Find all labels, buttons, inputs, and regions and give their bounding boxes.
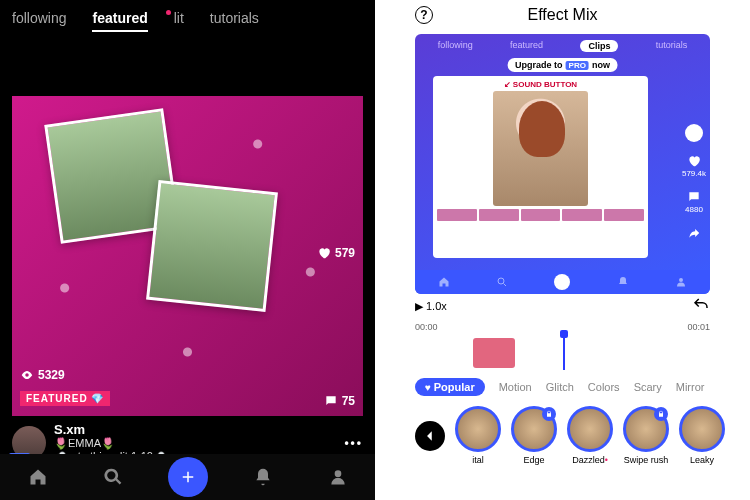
featured-badge: FEATURED💎: [20, 391, 110, 406]
category-glitch[interactable]: Glitch: [546, 381, 574, 393]
category-colors[interactable]: Colors: [588, 381, 620, 393]
category-mirror[interactable]: Mirror: [676, 381, 705, 393]
share-icon: [687, 226, 701, 240]
notification-dot: [166, 10, 171, 15]
lock-icon: [654, 407, 668, 421]
likes-count: 579: [317, 246, 355, 260]
effect-list: ital Edge Dazzled• Swipe rush Leaky: [375, 400, 750, 471]
tab-lit[interactable]: lit: [174, 10, 184, 32]
person-icon: [675, 276, 687, 288]
preview-mini-nav: [415, 270, 710, 294]
tab-featured[interactable]: featured: [92, 10, 147, 32]
effect-item[interactable]: Leaky: [679, 406, 725, 465]
more-button[interactable]: •••: [344, 436, 363, 450]
plus-icon: [554, 274, 570, 290]
comment-icon: [324, 394, 338, 408]
top-tabs: following featured lit tutorials: [0, 0, 375, 38]
effect-categories: Popular Motion Glitch Colors Scary Mirro…: [375, 372, 750, 400]
help-button[interactable]: ?: [415, 6, 433, 24]
effect-item[interactable]: Edge: [511, 406, 557, 465]
tab-following[interactable]: following: [12, 10, 66, 32]
feed-post[interactable]: 5329 579 75 FEATURED💎: [12, 96, 363, 416]
bell-icon: [253, 467, 273, 487]
preview-thumbnails: [433, 206, 648, 224]
category-scary[interactable]: Scary: [634, 381, 662, 393]
views-count: 5329: [20, 368, 65, 382]
timeline-clip[interactable]: [473, 338, 515, 368]
caption-line: 🌷EMMA🌷: [54, 437, 336, 450]
preview-likes: 579.4k: [682, 154, 706, 178]
effects-back-button[interactable]: [415, 421, 445, 451]
nav-add[interactable]: [168, 457, 208, 497]
timeline[interactable]: 00:0000:01: [415, 322, 710, 372]
preview-card: SOUND BUTTON: [433, 76, 648, 258]
preview-video-frame: [493, 91, 588, 206]
effect-item[interactable]: Dazzled•: [567, 406, 613, 465]
preview-avatar: [685, 124, 703, 142]
comments-count: 75: [324, 394, 355, 408]
eye-icon: [20, 368, 34, 382]
preview-mini-tabs: following featured Clips tutorials: [415, 34, 710, 58]
svg-point-0: [498, 278, 504, 284]
nav-home[interactable]: [18, 457, 58, 497]
upgrade-pill[interactable]: Upgrade to PRO now: [507, 58, 618, 72]
preview-comments: 4880: [685, 190, 703, 214]
lock-icon: [542, 407, 556, 421]
chevron-left-icon: [423, 429, 437, 443]
tab-tutorials[interactable]: tutorials: [210, 10, 259, 32]
undo-button[interactable]: [692, 296, 710, 316]
feed-screen: following featured lit tutorials 5329 57…: [0, 0, 375, 500]
nav-activity[interactable]: [243, 457, 283, 497]
editor-header: ? Effect Mix: [375, 0, 750, 30]
username[interactable]: S.xm: [54, 422, 336, 437]
bell-icon: [617, 276, 629, 288]
search-icon: [103, 467, 123, 487]
preview-canvas[interactable]: following featured Clips tutorials Upgra…: [415, 34, 710, 294]
playback-controls: ▶ 1.0x: [375, 294, 750, 318]
undo-icon: [692, 296, 710, 314]
preview-metrics: 579.4k 4880: [682, 124, 706, 240]
home-icon: [28, 467, 48, 487]
collage-photo: [146, 180, 278, 312]
editor-title: Effect Mix: [528, 6, 598, 24]
plus-icon: [179, 468, 197, 486]
home-icon: [438, 276, 450, 288]
bottom-nav: [0, 454, 375, 500]
search-icon: [496, 276, 508, 288]
effect-item[interactable]: Swipe rush: [623, 406, 669, 465]
heart-icon: [317, 246, 331, 260]
category-popular[interactable]: Popular: [415, 378, 485, 396]
editor-screen: ? Effect Mix following featured Clips tu…: [375, 0, 750, 500]
playhead[interactable]: [563, 334, 565, 370]
sound-button-label: SOUND BUTTON: [433, 76, 648, 91]
effect-item[interactable]: ital: [455, 406, 501, 465]
speed-button[interactable]: ▶ 1.0x: [415, 300, 447, 313]
person-icon: [328, 467, 348, 487]
heart-icon: [687, 154, 701, 168]
preview-share: [687, 226, 701, 240]
comment-icon: [687, 190, 701, 204]
category-motion[interactable]: Motion: [499, 381, 532, 393]
nav-search[interactable]: [93, 457, 133, 497]
nav-profile[interactable]: [318, 457, 358, 497]
